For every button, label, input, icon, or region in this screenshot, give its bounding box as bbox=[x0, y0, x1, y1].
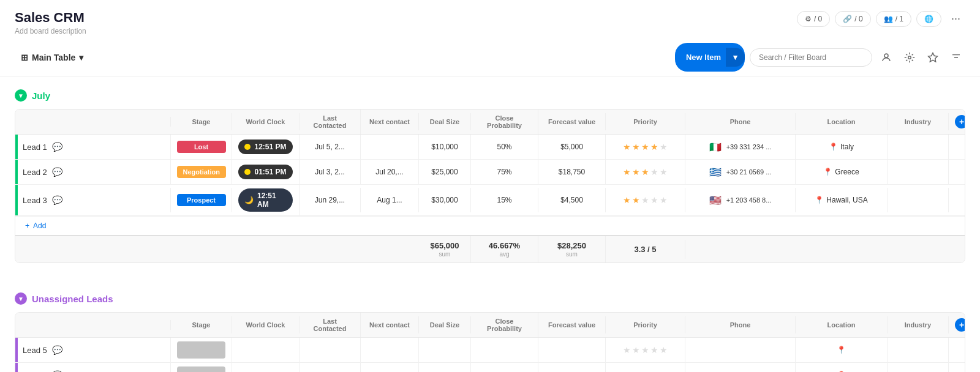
star-3[interactable]: ★ bbox=[641, 167, 649, 177]
lead1-comment-icon[interactable]: 💬 bbox=[52, 142, 62, 152]
lead2-close-probability: 75% bbox=[471, 160, 538, 184]
unassigned-group-toggle[interactable]: ▼ bbox=[15, 292, 27, 305]
invite-button[interactable]: 👥 / 1 bbox=[876, 11, 911, 27]
july-summary-row: $65,000 sum 46.667% avg $28,250 sum 3.3 … bbox=[15, 235, 965, 262]
lead2-clock-cell: 01:51 PM bbox=[232, 160, 300, 184]
star-2[interactable]: ★ bbox=[632, 345, 640, 355]
star-1[interactable]: ★ bbox=[623, 142, 631, 152]
lead6-phone bbox=[685, 363, 796, 372]
lead1-clock-cell: 12:51 PM bbox=[232, 135, 300, 159]
more-button[interactable]: ··· bbox=[946, 10, 965, 28]
star-2[interactable]: ★ bbox=[632, 142, 640, 152]
summary-forecast: $28,250 sum bbox=[538, 236, 606, 262]
star-5[interactable]: ★ bbox=[660, 167, 668, 177]
svg-point-0 bbox=[884, 54, 888, 58]
col-add[interactable]: + bbox=[949, 313, 965, 337]
col-location: Location bbox=[796, 316, 888, 333]
main-content: ▼ July Stage World Clock Last Contacted … bbox=[0, 77, 980, 372]
lead1-priority: ★ ★ ★ ★ ★ bbox=[606, 135, 685, 159]
integrate-button[interactable]: 🔗 / 0 bbox=[835, 11, 870, 27]
new-item-dropdown[interactable]: ▾ bbox=[726, 48, 745, 67]
star-4[interactable]: ★ bbox=[650, 345, 658, 355]
user-icon[interactable] bbox=[877, 48, 895, 67]
table-row: Lead 6 💬 ★ ★ ★ ★ bbox=[15, 363, 965, 372]
star-3[interactable]: ★ bbox=[641, 195, 649, 205]
lead3-last-contacted: Jun 29,... bbox=[300, 188, 361, 212]
col-name bbox=[18, 117, 171, 127]
lead6-clock-cell bbox=[232, 363, 300, 372]
lead5-close-probability bbox=[471, 338, 538, 362]
star-5[interactable]: ★ bbox=[660, 345, 668, 355]
july-group: ▼ July Stage World Clock Last Contacted … bbox=[15, 87, 965, 263]
star-2[interactable]: ★ bbox=[632, 195, 640, 205]
lead1-stage-badge[interactable]: Lost bbox=[177, 141, 226, 153]
settings-icon[interactable] bbox=[900, 48, 919, 67]
lead1-phone: 🇮🇹 +39 331 234 ... bbox=[685, 135, 796, 159]
lead1-stage-cell[interactable]: Lost bbox=[171, 135, 232, 159]
lead2-stage-badge[interactable]: Negotiation bbox=[177, 166, 226, 178]
summary-deal-size-value: $65,000 bbox=[425, 241, 464, 250]
col-industry: Industry bbox=[888, 113, 949, 130]
clock-dot-icon bbox=[244, 144, 251, 150]
lead3-extra bbox=[949, 188, 965, 212]
lead3-deal-size: $30,000 bbox=[419, 188, 471, 212]
lead3-comment-icon[interactable]: 💬 bbox=[52, 195, 62, 205]
lead5-stage-cell[interactable] bbox=[171, 338, 232, 362]
col-industry: Industry bbox=[888, 316, 949, 333]
clock-button[interactable]: 🌐 bbox=[916, 11, 941, 27]
lead3-priority: ★ ★ ★ ★ ★ bbox=[606, 188, 685, 212]
lead3-industry bbox=[888, 188, 949, 212]
col-next-contact: Next contact bbox=[361, 316, 419, 333]
lead3-stage-cell[interactable]: Prospect bbox=[171, 188, 232, 212]
summary-deal-size-label: sum bbox=[425, 251, 464, 258]
lead2-next-contact: Jul 20,... bbox=[361, 160, 419, 184]
star-3[interactable]: ★ bbox=[641, 142, 649, 152]
lead5-deal-size bbox=[419, 338, 471, 362]
filter-icon[interactable] bbox=[947, 48, 965, 67]
lead2-comment-icon[interactable]: 💬 bbox=[52, 167, 62, 177]
new-item-button[interactable]: New Item ▾ bbox=[675, 43, 745, 72]
lead5-comment-icon[interactable]: 💬 bbox=[52, 345, 62, 355]
july-group-toggle[interactable]: ▼ bbox=[15, 89, 27, 102]
lead3-stage-badge[interactable]: Prospect bbox=[177, 194, 226, 206]
summary-deal-size: $65,000 sum bbox=[419, 236, 471, 262]
lead5-stage-badge[interactable] bbox=[177, 341, 225, 359]
summary-priority: 3.3 / 5 bbox=[606, 240, 685, 259]
col-next-contact: Next contact bbox=[361, 113, 419, 130]
col-last-contacted: Last Contacted bbox=[300, 110, 361, 134]
star-4[interactable]: ★ bbox=[650, 142, 658, 152]
search-input[interactable] bbox=[750, 48, 872, 67]
july-table-header: Stage World Clock Last Contacted Next co… bbox=[15, 110, 965, 135]
star-4[interactable]: ★ bbox=[650, 167, 658, 177]
lead1-clock: 12:51 PM bbox=[238, 140, 292, 154]
lead5-clock-cell bbox=[232, 338, 300, 362]
automate-button[interactable]: ⚙ / 0 bbox=[797, 11, 830, 27]
col-add[interactable]: + bbox=[949, 110, 965, 133]
lead6-stage-badge[interactable] bbox=[177, 366, 225, 372]
lead6-forecast-value bbox=[538, 363, 606, 372]
lead2-stage-cell[interactable]: Negotiation bbox=[171, 160, 232, 184]
lead6-location: 📍 bbox=[796, 363, 888, 372]
new-item-label: New Item bbox=[686, 53, 721, 62]
star-5[interactable]: ★ bbox=[660, 195, 668, 205]
star-3[interactable]: ★ bbox=[641, 345, 649, 355]
star-4[interactable]: ★ bbox=[650, 195, 658, 205]
col-forecast-value: Forecast value bbox=[538, 113, 606, 130]
star-1[interactable]: ★ bbox=[623, 195, 631, 205]
lead6-stage-cell[interactable] bbox=[171, 363, 232, 372]
location-icon-empty: 📍 bbox=[837, 346, 846, 354]
july-add-row[interactable]: + Add bbox=[15, 216, 965, 235]
star-1[interactable]: ★ bbox=[623, 167, 631, 177]
star-5[interactable]: ★ bbox=[660, 142, 668, 152]
lead1-extra bbox=[949, 135, 965, 159]
main-table-button[interactable]: ⊞ Main Table ▾ bbox=[15, 49, 89, 66]
lead1-industry bbox=[888, 135, 949, 159]
lead3-clock: 🌙 12:51 AM bbox=[238, 188, 293, 212]
unassigned-group: ▼ Unassigned Leads Stage World Clock Las… bbox=[15, 290, 965, 372]
star-2[interactable]: ★ bbox=[632, 167, 640, 177]
col-close-probability: Close Probability bbox=[471, 110, 538, 134]
star-1[interactable]: ★ bbox=[623, 345, 631, 355]
pin-icon[interactable] bbox=[924, 48, 942, 67]
lead1-name-cell: Lead 1 💬 bbox=[18, 135, 171, 159]
unassigned-group-header: ▼ Unassigned Leads bbox=[15, 290, 965, 307]
